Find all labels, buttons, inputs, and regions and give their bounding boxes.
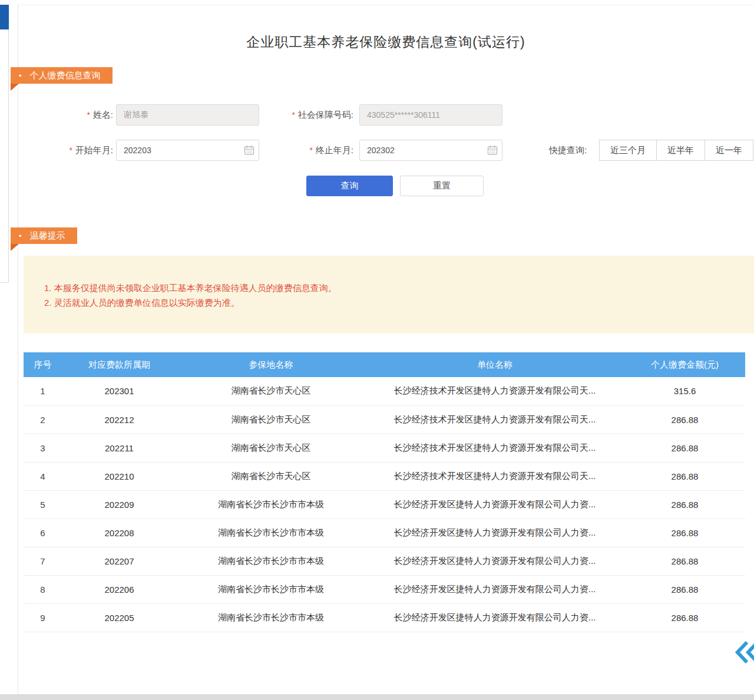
bullet-icon: • [19,71,22,80]
table-row: 2 202212 湖南省长沙市天心区 长沙经济技术开发区捷特人力资源开发有限公司… [24,405,745,434]
quick-range-button[interactable]: 近一年 [705,140,753,161]
start-month-field [116,140,259,161]
cell-amount: 286.88 [624,462,745,490]
section-badge-label: 个人缴费信息查询 [30,70,101,81]
cell-amount: 286.88 [624,405,745,434]
name-input[interactable] [116,104,259,126]
col-header-period: 对应费款所属期 [62,352,177,377]
required-asterisk: * [309,146,312,155]
payment-table: 序号 对应费款所属期 参保地名称 单位名称 个人缴费金额(元) 1 202301… [24,352,745,632]
start-month-input[interactable] [116,140,259,161]
cell-employer: 长沙经济技术开发区捷特人力资源开发有限公司天... [365,377,624,405]
end-month-input[interactable] [359,140,502,161]
quick-query-group: 近三个月 近半年 近一年 [600,140,753,161]
cell-amount: 286.88 [624,575,745,603]
cell-employer: 长沙经济技术开发区捷特人力资源开发有限公司天... [365,462,624,490]
cell-index: 2 [24,405,62,434]
cell-region: 湖南省长沙市天心区 [177,405,365,434]
cell-amount: 286.88 [624,434,745,462]
col-header-employer: 单位名称 [365,352,624,377]
end-month-field [359,140,502,161]
cell-amount: 286.88 [624,603,745,632]
cell-period: 202205 [62,603,177,632]
cell-index: 8 [24,575,62,603]
quick-range-button[interactable]: 近三个月 [599,140,657,161]
end-month-label: *终止年月: [282,145,353,156]
cell-period: 202301 [62,377,177,405]
cell-amount: 315.6 [624,377,745,405]
cell-period: 202211 [62,434,177,462]
bullet-icon: • [19,232,22,240]
table-row: 7 202207 湖南省长沙市长沙市市本级 长沙经济开发区捷特人力资源开发有限公… [24,547,745,575]
quick-query-label: 快捷查询: [549,145,587,156]
bottom-edge-bar [0,694,754,700]
required-asterisk: * [69,146,72,155]
table-row: 8 202206 湖南省长沙市长沙市市本级 长沙经济开发区捷特人力资源开发有限公… [24,575,745,603]
notice-box: 1. 本服务仅提供尚未领取企业职工基本养老保险待遇人员的缴费信息查询。 2. 灵… [24,256,754,334]
table-row: 1 202301 湖南省长沙市天心区 长沙经济技术开发区捷特人力资源开发有限公司… [24,377,745,405]
name-label: *姓名: [41,110,113,121]
collapsed-sidebar [0,5,9,283]
section-badge-label: 温馨提示 [30,230,65,242]
cell-index: 1 [24,377,62,405]
cell-region: 湖南省长沙市长沙市市本级 [177,575,365,603]
required-asterisk: * [87,110,90,120]
cell-region: 湖南省长沙市天心区 [177,377,365,405]
table-body: 1 202301 湖南省长沙市天心区 长沙经济技术开发区捷特人力资源开发有限公司… [24,377,745,632]
table-row: 6 202208 湖南省长沙市长沙市市本级 长沙经济开发区捷特人力资源开发有限公… [24,519,745,547]
cell-region: 湖南省长沙市长沙市市本级 [177,603,365,632]
cell-region: 湖南省长沙市长沙市市本级 [177,519,365,547]
cell-region: 湖南省长沙市天心区 [177,434,365,462]
query-button[interactable]: 查询 [306,176,393,196]
cell-index: 5 [24,490,62,519]
cell-index: 9 [24,603,62,632]
cell-period: 202212 [62,405,177,434]
cell-amount: 286.88 [624,519,745,547]
table-row: 3 202211 湖南省长沙市天心区 长沙经济技术开发区捷特人力资源开发有限公司… [24,434,745,462]
cell-amount: 286.88 [624,490,745,519]
col-header-index: 序号 [24,352,62,377]
required-asterisk: * [292,110,295,120]
calendar-icon[interactable] [244,145,254,156]
table-row: 9 202205 湖南省长沙市长沙市市本级 长沙经济开发区捷特人力资源开发有限公… [24,603,745,632]
reset-button[interactable]: 重置 [400,176,484,196]
cell-employer: 长沙经济开发区捷特人力资源开发有限公司人力资... [365,575,624,603]
ssn-label: *社会保障号码: [268,110,353,121]
calendar-icon[interactable] [487,145,498,156]
quick-range-button[interactable]: 近半年 [656,140,705,161]
cell-region: 湖南省长沙市长沙市市本级 [177,547,365,575]
table-row: 5 202209 湖南省长沙市长沙市市本级 长沙经济开发区捷特人力资源开发有限公… [24,490,745,519]
cell-period: 202206 [62,575,177,603]
cell-employer: 长沙经济技术开发区捷特人力资源开发有限公司天... [365,434,624,462]
table-row: 4 202210 湖南省长沙市天心区 长沙经济技术开发区捷特人力资源开发有限公司… [24,462,745,490]
tip-line: 2. 灵活就业人员的缴费单位信息以实际缴费为准。 [44,295,754,310]
cell-region: 湖南省长沙市长沙市市本级 [177,490,365,519]
sidebar-accent-tab[interactable] [0,5,9,29]
col-header-region: 参保地名称 [177,352,365,377]
section-badge-tips: • 温馨提示 [11,227,77,244]
cell-period: 202207 [62,547,177,575]
cell-index: 7 [24,547,62,575]
cell-period: 202208 [62,519,177,547]
cell-period: 202209 [62,490,177,519]
page-title: 企业职工基本养老保险缴费信息查询(试运行) [18,33,754,51]
cell-index: 4 [24,462,62,490]
cell-employer: 长沙经济开发区捷特人力资源开发有限公司人力资... [365,490,624,519]
start-month-label: *开始年月: [41,145,113,156]
tip-line: 1. 本服务仅提供尚未领取企业职工基本养老保险待遇人员的缴费信息查询。 [44,280,754,295]
cell-amount: 286.88 [624,547,745,575]
cell-region: 湖南省长沙市天心区 [177,462,365,490]
cell-employer: 长沙经济开发区捷特人力资源开发有限公司人力资... [365,603,624,632]
cell-index: 6 [24,519,62,547]
section-badge-personal-query: • 个人缴费信息查询 [11,67,113,84]
cell-employer: 长沙经济开发区捷特人力资源开发有限公司人力资... [365,519,624,547]
ssn-input[interactable] [359,104,502,126]
table-header: 序号 对应费款所属期 参保地名称 单位名称 个人缴费金额(元) [24,352,745,377]
cell-employer: 长沙经济开发区捷特人力资源开发有限公司人力资... [365,547,624,575]
collapse-panel-icon[interactable] [735,639,754,666]
cell-employer: 长沙经济技术开发区捷特人力资源开发有限公司天... [365,405,624,434]
cell-index: 3 [24,434,62,462]
cell-period: 202210 [62,462,177,490]
col-header-amount: 个人缴费金额(元) [624,352,745,377]
